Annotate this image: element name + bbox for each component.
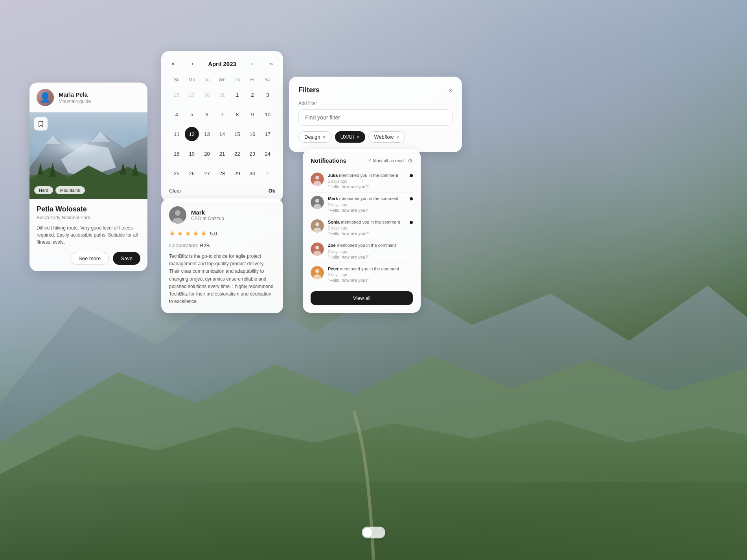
filter-tag-design-remove[interactable]: × xyxy=(322,134,326,140)
notif-user-name: Mark xyxy=(328,196,338,201)
unread-dot xyxy=(410,174,413,177)
filters-card: Filters × Add filter Design × UX/UI × We… xyxy=(289,77,462,152)
cal-last-next-button[interactable]: » xyxy=(267,59,275,68)
calendar-day[interactable]: 3 xyxy=(260,85,275,105)
svg-marker-4 xyxy=(29,132,147,175)
calendar-day[interactable]: 1 xyxy=(230,85,245,105)
calendar-day[interactable]: 21 xyxy=(215,144,230,163)
notif-content: Peter mentioned you in the comment 2 day… xyxy=(328,266,413,283)
calendar-day[interactable]: 25 xyxy=(169,163,184,183)
notification-item[interactable]: Peter mentioned you in the comment 2 day… xyxy=(311,263,413,286)
cal-prev-button[interactable]: ‹ xyxy=(189,59,196,68)
filter-tag-webflow-remove[interactable]: × xyxy=(396,134,399,140)
calendar-day[interactable]: 28 xyxy=(215,163,230,183)
filter-search-input[interactable] xyxy=(298,109,453,126)
toggle-thumb xyxy=(363,528,372,537)
notif-text: Julia mentioned you in the comment xyxy=(328,173,406,178)
calendar-day[interactable]: 12 xyxy=(184,124,200,144)
calendar-day[interactable]: 19 xyxy=(184,144,200,163)
view-all-button[interactable]: View all xyxy=(311,291,413,305)
toggle-switch[interactable] xyxy=(362,527,385,538)
calendar-day[interactable]: 30 xyxy=(199,85,215,105)
notifications-actions: ✓ Mark all as read ⚙ xyxy=(368,158,413,164)
notif-action: mentioned you in the comment xyxy=(339,173,398,178)
calendar-day[interactable]: 2 xyxy=(245,85,260,105)
filter-tag-uxui[interactable]: UX/UI × xyxy=(335,131,365,143)
calendar-day[interactable]: 7 xyxy=(215,105,230,124)
calendar-day[interactable]: 23 xyxy=(245,144,260,163)
star-5: ★ xyxy=(201,229,207,238)
tags-wrap: Hard Mountains xyxy=(34,186,85,194)
cooperation-value: B2B xyxy=(200,242,210,248)
notif-time: 2 days ago xyxy=(328,273,413,277)
notif-content: Julia mentioned you in the comment 2 day… xyxy=(328,173,406,189)
card-body: Petla Wolosate Bieszczady National Park … xyxy=(29,199,147,271)
calendar-day[interactable]: 15 xyxy=(230,124,245,144)
filter-tag-uxui-remove[interactable]: × xyxy=(356,134,359,140)
notification-item[interactable]: Sonia mentioned you in the comment 2 day… xyxy=(311,216,413,239)
svg-marker-10 xyxy=(37,163,44,175)
cal-ok-button[interactable]: Ok xyxy=(269,188,275,194)
svg-marker-7 xyxy=(61,144,116,175)
calendar-day[interactable]: 29 xyxy=(184,85,200,105)
calendar-day[interactable]: 16 xyxy=(245,124,260,144)
calendar-day[interactable]: 27 xyxy=(199,163,215,183)
calendar-day[interactable]: 29 xyxy=(230,163,245,183)
cal-header-th: Th xyxy=(230,75,245,85)
notif-action: mentioned you in the comment xyxy=(337,243,396,248)
calendar-day[interactable]: 22 xyxy=(230,144,245,163)
calendar-day[interactable]: 31 xyxy=(215,85,230,105)
calendar-day[interactable]: 17 xyxy=(260,124,275,144)
filter-tag-design[interactable]: Design × xyxy=(298,131,332,143)
filter-tag-webflow[interactable]: Webflow × xyxy=(368,131,405,143)
notif-user-name: Sonia xyxy=(328,220,340,224)
check-icon: ✓ xyxy=(368,158,372,163)
rating-number: 5.0 xyxy=(210,231,217,237)
calendar-day[interactable]: 30 xyxy=(245,163,260,183)
calendar-day[interactable]: 18 xyxy=(169,144,184,163)
svg-marker-5 xyxy=(45,136,61,144)
cal-first-prev-button[interactable]: « xyxy=(169,59,177,68)
calendar-day[interactable]: 11 xyxy=(169,124,184,144)
cal-clear-button[interactable]: Clear xyxy=(169,188,181,194)
cal-next-button[interactable]: › xyxy=(248,59,255,68)
calendar-day[interactable]: 8 xyxy=(230,105,245,124)
bookmark-button[interactable] xyxy=(34,117,48,130)
notification-item[interactable]: Mark mentioned you in the comment 2 days… xyxy=(311,193,413,216)
filters-close-button[interactable]: × xyxy=(448,87,453,94)
see-more-button[interactable]: See more xyxy=(70,252,109,265)
calendar-day[interactable]: 6 xyxy=(199,105,215,124)
calendar-day[interactable]: 5 xyxy=(184,105,200,124)
calendar-day[interactable]: 1 xyxy=(260,163,275,183)
calendar-day[interactable]: 14 xyxy=(215,124,230,144)
calendar-day[interactable]: 4 xyxy=(169,105,184,124)
svg-marker-11 xyxy=(49,163,56,177)
notif-quote: "Hello, how are you?" xyxy=(328,255,413,259)
notif-time: 2 days ago xyxy=(328,179,406,184)
save-button[interactable]: Save xyxy=(113,252,140,265)
reviewer-avatar xyxy=(169,206,186,224)
notif-user-name: Julia xyxy=(328,173,338,178)
notification-item[interactable]: Julia mentioned you in the comment 2 day… xyxy=(311,169,413,193)
unread-dot xyxy=(410,221,413,224)
notification-item[interactable]: Zoe mentioned you in the comment 2 days … xyxy=(311,239,413,263)
calendar-day[interactable]: 26 xyxy=(184,163,200,183)
calendar-day[interactable]: 20 xyxy=(199,144,215,163)
star-1: ★ xyxy=(169,229,175,238)
notif-time: 2 days ago xyxy=(328,203,406,207)
svg-point-18 xyxy=(315,176,319,180)
calendar-day[interactable]: 13 xyxy=(199,124,215,144)
notifications-title: Notifications xyxy=(311,157,346,164)
notif-quote: "Hello, how are you?" xyxy=(328,278,413,283)
notif-content: Mark mentioned you in the comment 2 days… xyxy=(328,196,406,212)
mark-all-read-button[interactable]: ✓ Mark all as read xyxy=(368,158,404,163)
toggle-wrap xyxy=(362,527,385,538)
calendar-day[interactable]: 28 xyxy=(169,85,184,105)
notifications-list: Julia mentioned you in the comment 2 day… xyxy=(311,169,413,286)
calendar-day[interactable]: 9 xyxy=(245,105,260,124)
calendar-day[interactable]: 24 xyxy=(260,144,275,163)
card-actions: See more Save xyxy=(37,252,140,265)
calendar-day[interactable]: 10 xyxy=(260,105,275,124)
notif-avatar xyxy=(311,242,324,256)
notifications-settings-button[interactable]: ⚙ xyxy=(408,158,413,164)
